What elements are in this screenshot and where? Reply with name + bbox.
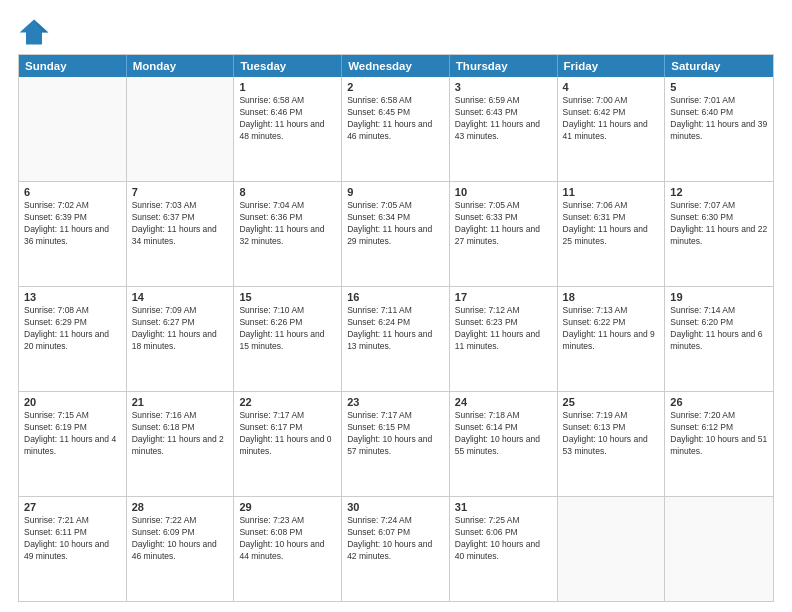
day-number: 21	[132, 396, 229, 408]
day-number: 31	[455, 501, 552, 513]
header-day-monday: Monday	[127, 55, 235, 77]
cell-content: Sunrise: 7:02 AM Sunset: 6:39 PM Dayligh…	[24, 200, 121, 248]
calendar-cell-r1-c5: 11Sunrise: 7:06 AM Sunset: 6:31 PM Dayli…	[558, 182, 666, 286]
page: SundayMondayTuesdayWednesdayThursdayFrid…	[0, 0, 792, 612]
calendar-cell-r4-c6	[665, 497, 773, 601]
calendar-cell-r3-c6: 26Sunrise: 7:20 AM Sunset: 6:12 PM Dayli…	[665, 392, 773, 496]
day-number: 18	[563, 291, 660, 303]
calendar-cell-r4-c1: 28Sunrise: 7:22 AM Sunset: 6:09 PM Dayli…	[127, 497, 235, 601]
cell-content: Sunrise: 7:12 AM Sunset: 6:23 PM Dayligh…	[455, 305, 552, 353]
calendar-cell-r3-c2: 22Sunrise: 7:17 AM Sunset: 6:17 PM Dayli…	[234, 392, 342, 496]
day-number: 3	[455, 81, 552, 93]
header	[18, 18, 774, 46]
calendar-cell-r1-c1: 7Sunrise: 7:03 AM Sunset: 6:37 PM Daylig…	[127, 182, 235, 286]
calendar-row-0: 1Sunrise: 6:58 AM Sunset: 6:46 PM Daylig…	[19, 77, 773, 181]
cell-content: Sunrise: 7:14 AM Sunset: 6:20 PM Dayligh…	[670, 305, 768, 353]
calendar-cell-r2-c4: 17Sunrise: 7:12 AM Sunset: 6:23 PM Dayli…	[450, 287, 558, 391]
calendar-cell-r1-c3: 9Sunrise: 7:05 AM Sunset: 6:34 PM Daylig…	[342, 182, 450, 286]
cell-content: Sunrise: 7:20 AM Sunset: 6:12 PM Dayligh…	[670, 410, 768, 458]
calendar-cell-r2-c1: 14Sunrise: 7:09 AM Sunset: 6:27 PM Dayli…	[127, 287, 235, 391]
day-number: 7	[132, 186, 229, 198]
header-day-saturday: Saturday	[665, 55, 773, 77]
day-number: 16	[347, 291, 444, 303]
cell-content: Sunrise: 6:58 AM Sunset: 6:45 PM Dayligh…	[347, 95, 444, 143]
day-number: 2	[347, 81, 444, 93]
day-number: 25	[563, 396, 660, 408]
day-number: 30	[347, 501, 444, 513]
day-number: 20	[24, 396, 121, 408]
day-number: 14	[132, 291, 229, 303]
cell-content: Sunrise: 7:01 AM Sunset: 6:40 PM Dayligh…	[670, 95, 768, 143]
header-day-wednesday: Wednesday	[342, 55, 450, 77]
cell-content: Sunrise: 7:15 AM Sunset: 6:19 PM Dayligh…	[24, 410, 121, 458]
day-number: 13	[24, 291, 121, 303]
cell-content: Sunrise: 7:23 AM Sunset: 6:08 PM Dayligh…	[239, 515, 336, 563]
header-day-thursday: Thursday	[450, 55, 558, 77]
calendar-cell-r0-c3: 2Sunrise: 6:58 AM Sunset: 6:45 PM Daylig…	[342, 77, 450, 181]
calendar-cell-r1-c4: 10Sunrise: 7:05 AM Sunset: 6:33 PM Dayli…	[450, 182, 558, 286]
cell-content: Sunrise: 7:19 AM Sunset: 6:13 PM Dayligh…	[563, 410, 660, 458]
calendar-cell-r0-c1	[127, 77, 235, 181]
calendar-cell-r2-c0: 13Sunrise: 7:08 AM Sunset: 6:29 PM Dayli…	[19, 287, 127, 391]
calendar-body: 1Sunrise: 6:58 AM Sunset: 6:46 PM Daylig…	[19, 77, 773, 601]
day-number: 5	[670, 81, 768, 93]
cell-content: Sunrise: 7:21 AM Sunset: 6:11 PM Dayligh…	[24, 515, 121, 563]
calendar-cell-r1-c0: 6Sunrise: 7:02 AM Sunset: 6:39 PM Daylig…	[19, 182, 127, 286]
cell-content: Sunrise: 7:05 AM Sunset: 6:33 PM Dayligh…	[455, 200, 552, 248]
day-number: 26	[670, 396, 768, 408]
calendar-cell-r3-c0: 20Sunrise: 7:15 AM Sunset: 6:19 PM Dayli…	[19, 392, 127, 496]
cell-content: Sunrise: 7:13 AM Sunset: 6:22 PM Dayligh…	[563, 305, 660, 353]
calendar-cell-r4-c0: 27Sunrise: 7:21 AM Sunset: 6:11 PM Dayli…	[19, 497, 127, 601]
calendar-cell-r0-c4: 3Sunrise: 6:59 AM Sunset: 6:43 PM Daylig…	[450, 77, 558, 181]
cell-content: Sunrise: 7:22 AM Sunset: 6:09 PM Dayligh…	[132, 515, 229, 563]
day-number: 28	[132, 501, 229, 513]
calendar-cell-r1-c2: 8Sunrise: 7:04 AM Sunset: 6:36 PM Daylig…	[234, 182, 342, 286]
cell-content: Sunrise: 7:04 AM Sunset: 6:36 PM Dayligh…	[239, 200, 336, 248]
calendar-cell-r2-c2: 15Sunrise: 7:10 AM Sunset: 6:26 PM Dayli…	[234, 287, 342, 391]
day-number: 11	[563, 186, 660, 198]
calendar-cell-r3-c4: 24Sunrise: 7:18 AM Sunset: 6:14 PM Dayli…	[450, 392, 558, 496]
header-day-sunday: Sunday	[19, 55, 127, 77]
day-number: 1	[239, 81, 336, 93]
cell-content: Sunrise: 7:17 AM Sunset: 6:15 PM Dayligh…	[347, 410, 444, 458]
calendar-cell-r3-c5: 25Sunrise: 7:19 AM Sunset: 6:13 PM Dayli…	[558, 392, 666, 496]
calendar-cell-r3-c1: 21Sunrise: 7:16 AM Sunset: 6:18 PM Dayli…	[127, 392, 235, 496]
cell-content: Sunrise: 7:09 AM Sunset: 6:27 PM Dayligh…	[132, 305, 229, 353]
day-number: 15	[239, 291, 336, 303]
day-number: 12	[670, 186, 768, 198]
day-number: 6	[24, 186, 121, 198]
calendar-cell-r0-c5: 4Sunrise: 7:00 AM Sunset: 6:42 PM Daylig…	[558, 77, 666, 181]
calendar-cell-r2-c5: 18Sunrise: 7:13 AM Sunset: 6:22 PM Dayli…	[558, 287, 666, 391]
cell-content: Sunrise: 7:03 AM Sunset: 6:37 PM Dayligh…	[132, 200, 229, 248]
calendar-row-4: 27Sunrise: 7:21 AM Sunset: 6:11 PM Dayli…	[19, 496, 773, 601]
day-number: 27	[24, 501, 121, 513]
calendar-cell-r1-c6: 12Sunrise: 7:07 AM Sunset: 6:30 PM Dayli…	[665, 182, 773, 286]
cell-content: Sunrise: 7:24 AM Sunset: 6:07 PM Dayligh…	[347, 515, 444, 563]
day-number: 9	[347, 186, 444, 198]
day-number: 22	[239, 396, 336, 408]
calendar-cell-r0-c6: 5Sunrise: 7:01 AM Sunset: 6:40 PM Daylig…	[665, 77, 773, 181]
day-number: 17	[455, 291, 552, 303]
cell-content: Sunrise: 6:59 AM Sunset: 6:43 PM Dayligh…	[455, 95, 552, 143]
calendar-header: SundayMondayTuesdayWednesdayThursdayFrid…	[19, 55, 773, 77]
calendar-cell-r2-c3: 16Sunrise: 7:11 AM Sunset: 6:24 PM Dayli…	[342, 287, 450, 391]
cell-content: Sunrise: 7:05 AM Sunset: 6:34 PM Dayligh…	[347, 200, 444, 248]
cell-content: Sunrise: 7:00 AM Sunset: 6:42 PM Dayligh…	[563, 95, 660, 143]
logo	[18, 18, 54, 46]
calendar-cell-r4-c4: 31Sunrise: 7:25 AM Sunset: 6:06 PM Dayli…	[450, 497, 558, 601]
calendar-cell-r3-c3: 23Sunrise: 7:17 AM Sunset: 6:15 PM Dayli…	[342, 392, 450, 496]
calendar-row-3: 20Sunrise: 7:15 AM Sunset: 6:19 PM Dayli…	[19, 391, 773, 496]
calendar-cell-r0-c2: 1Sunrise: 6:58 AM Sunset: 6:46 PM Daylig…	[234, 77, 342, 181]
cell-content: Sunrise: 7:11 AM Sunset: 6:24 PM Dayligh…	[347, 305, 444, 353]
day-number: 19	[670, 291, 768, 303]
day-number: 8	[239, 186, 336, 198]
day-number: 23	[347, 396, 444, 408]
calendar: SundayMondayTuesdayWednesdayThursdayFrid…	[18, 54, 774, 602]
cell-content: Sunrise: 7:17 AM Sunset: 6:17 PM Dayligh…	[239, 410, 336, 458]
header-day-friday: Friday	[558, 55, 666, 77]
cell-content: Sunrise: 7:07 AM Sunset: 6:30 PM Dayligh…	[670, 200, 768, 248]
cell-content: Sunrise: 7:16 AM Sunset: 6:18 PM Dayligh…	[132, 410, 229, 458]
day-number: 24	[455, 396, 552, 408]
calendar-cell-r0-c0	[19, 77, 127, 181]
day-number: 10	[455, 186, 552, 198]
